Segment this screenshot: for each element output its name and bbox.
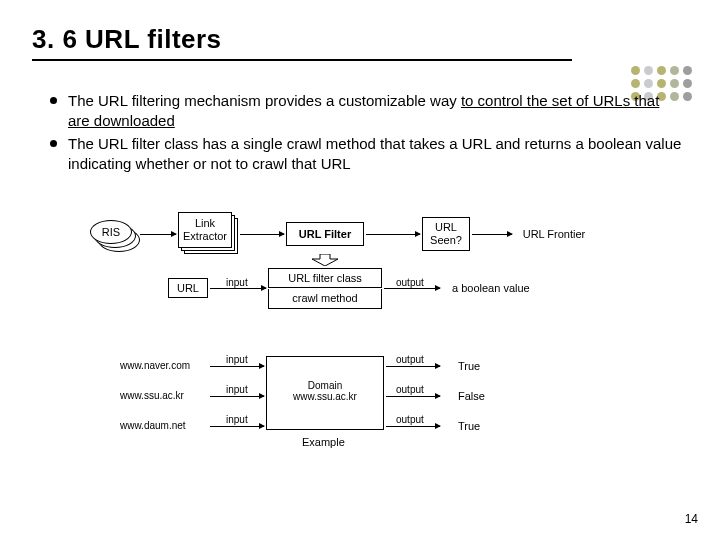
example-caption: Example [302, 436, 345, 448]
arrow-url-input [210, 288, 266, 289]
title-rule [32, 59, 572, 61]
ris-node: RIS [90, 220, 132, 244]
svg-marker-0 [312, 254, 338, 266]
boolean-label: a boolean value [452, 282, 530, 294]
bullet-list: The URL filtering mechanism provides a c… [32, 91, 688, 173]
input-label: input [226, 277, 248, 288]
arrow-seen-frontier [472, 234, 512, 235]
link-extractor-node: Link Extractor [178, 212, 236, 252]
arrow-ris-link [140, 234, 176, 235]
page-number: 14 [685, 512, 698, 526]
arrow-filter-seen [366, 234, 420, 235]
out-3: True [458, 420, 480, 432]
url-box: URL [168, 278, 208, 298]
filter-class-box: URL filter class [268, 268, 382, 288]
url-frontier-node: URL Frontier [514, 226, 594, 242]
bullet-1: The URL filtering mechanism provides a c… [50, 91, 682, 130]
url-filter-node: URL Filter [286, 222, 364, 246]
url-seen-node: URL Seen? [422, 217, 470, 251]
site-1: www.naver.com [120, 360, 190, 371]
site-3: www.daum.net [120, 420, 186, 431]
domain-label: Domain www.ssu.ac.kr [286, 376, 364, 406]
arrow-link-filter [240, 234, 284, 235]
site-2: www.ssu.ac.kr [120, 390, 184, 401]
output-label: output [396, 277, 424, 288]
down-arrow-icon [310, 252, 340, 264]
arrow-output [384, 288, 440, 289]
out-1: True [458, 360, 480, 372]
slide-title: 3. 6 URL filters [32, 24, 688, 55]
out-2: False [458, 390, 485, 402]
bullet-2: The URL filter class has a single crawl … [50, 134, 682, 173]
crawl-method-box: crawl method [268, 289, 382, 309]
